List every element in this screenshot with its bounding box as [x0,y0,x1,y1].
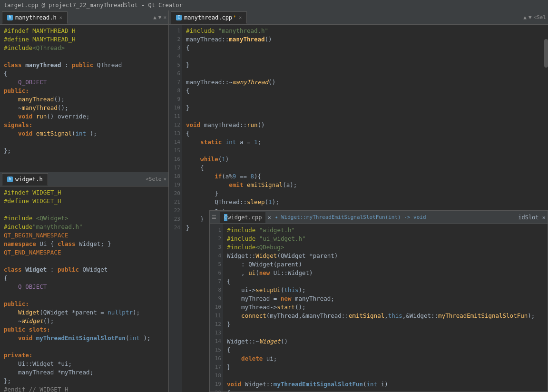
close-icon[interactable]: ✕ [59,15,62,20]
line-numbers-main: 12345 678910 1112131415 1617181920 21222… [169,25,182,392]
right-panel: C manythread.cpp * ✕ ▲ ▼ <Sel 12345 6789… [169,10,548,392]
select-main[interactable]: <Sel [534,14,547,20]
file-icon-cpp: C [176,15,182,20]
editor-manythread-h: h manythread.h ✕ ▲ ▼ ✕ #ifndef MANYTHREA… [0,10,168,172]
tab-bar-main: C manythread.cpp * ✕ ▲ ▼ <Sel [169,10,548,25]
modified-indicator: * [233,15,236,20]
editor-widget-h: h widget.h <Sele ✕ #ifndef WIDGET_H #def… [0,172,168,392]
code-content-manythread-h[interactable]: #ifndef MANYTHREAD_H #define MANYTHREAD_… [0,25,168,172]
code-content-widget-h[interactable]: #ifndef WIDGET_H #define WIDGET_H #inclu… [0,186,168,392]
left-panel: h manythread.h ✕ ▲ ▼ ✕ #ifndef MANYTHREA… [0,10,169,392]
scroll-main-up[interactable]: ▲ [523,14,527,20]
widget-cpp-icon: C [224,214,227,221]
close-bottom-icon[interactable]: ✕ [163,176,166,182]
tab-bar-top-left: h manythread.h ✕ ▲ ▼ ✕ [0,10,168,25]
tab-label: manythread.h [15,14,57,21]
tab-manythread-cpp[interactable]: C manythread.cpp * ✕ [171,11,247,24]
tab-label-cpp: manythread.cpp [184,14,232,21]
idslot-badge: idSlot ✕ [518,214,546,221]
tab-widget-h[interactable]: h widget.h [2,173,48,186]
code-area-widget-h: #ifndef WIDGET_H #define WIDGET_H #inclu… [0,186,168,392]
close-widget-cpp[interactable]: ✕ [267,214,271,221]
close-editor-icon[interactable]: ✕ [163,14,166,20]
tab-widget-cpp[interactable]: C widget.cpp [220,212,265,223]
pane-controls-left: ☰ [212,214,216,220]
floating-widget-cpp: ☰ C widget.cpp ✕ ✦ Widget::myThreadEmitS… [209,210,548,392]
function-breadcrumb: ✦ Widget::myThreadEmitSignalSlotFun(int)… [275,214,426,220]
title-text: target.cpp @ project7_22_manyThreadSlot … [4,2,183,9]
select-icon[interactable]: <Sele [146,176,161,182]
scroll-up-icon[interactable]: ▲ [153,14,157,20]
tab-bar-widget-cpp: ☰ C widget.cpp ✕ ✦ Widget::myThreadEmitS… [210,211,548,224]
line-numbers-widget: 12345 678910 1112131415 1617181920 [210,224,223,392]
tab-manythread-h[interactable]: h manythread.h ✕ [2,11,68,24]
code-area-manythread-h: #ifndef MANYTHREAD_H #define MANYTHREAD_… [0,25,168,172]
scroll-down-icon[interactable]: ▼ [158,14,162,20]
main-container: h manythread.h ✕ ▲ ▼ ✕ #ifndef MANYTHREA… [0,10,548,392]
tab-label-widget: widget.h [15,176,43,183]
tab-controls-bottom: <Sele ✕ [146,176,166,182]
code-area-widget-cpp: 12345 678910 1112131415 1617181920 #incl… [210,224,548,392]
tab-controls: ▲ ▼ ✕ [153,14,166,20]
close-cpp-tab[interactable]: ✕ [239,15,242,20]
title-bar: target.cpp @ project7_22_manyThreadSlot … [0,0,548,10]
tab-bar-bottom-left: h widget.h <Sele ✕ [0,172,168,186]
file-icon: h [7,15,13,20]
widget-cpp-label: widget.cpp [227,214,262,221]
code-content-widget-cpp[interactable]: #include "widget.h" #include "ui_widget.… [223,224,548,392]
tab-main-controls: ▲ ▼ <Sel [523,14,546,20]
file-icon-widget: h [7,176,13,182]
scroll-main-down[interactable]: ▼ [528,14,532,20]
scrollbar-right[interactable] [544,39,548,68]
